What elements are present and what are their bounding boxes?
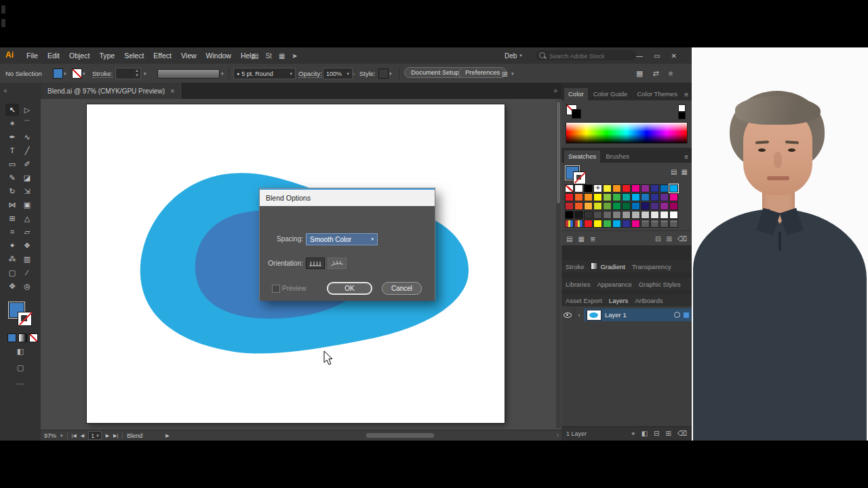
swatch-libraries-icon[interactable]: ▤ bbox=[566, 235, 572, 243]
line-segment-tool[interactable]: ╱ bbox=[20, 144, 34, 157]
swatch-3-5[interactable] bbox=[612, 211, 621, 219]
tab-appearance[interactable]: Appearance bbox=[597, 281, 631, 288]
chevron-down-icon[interactable]: ▾ bbox=[60, 433, 63, 439]
swatch-3-9[interactable] bbox=[650, 211, 659, 219]
chevron-down-icon[interactable]: ▾ bbox=[83, 71, 85, 77]
stroke-color-chip[interactable] bbox=[72, 68, 82, 79]
opacity-label[interactable]: Opacity: bbox=[298, 70, 322, 78]
swatch-4-8[interactable] bbox=[641, 220, 650, 228]
swatch-4-5[interactable] bbox=[612, 220, 621, 228]
swatch-1-7[interactable] bbox=[631, 193, 640, 201]
color-mode-chip[interactable] bbox=[7, 333, 16, 342]
selected-layer[interactable]: Layer 1 bbox=[584, 308, 692, 321]
free-transform-tool[interactable]: ▣ bbox=[20, 199, 34, 211]
swatch-3-6[interactable] bbox=[622, 211, 631, 219]
swatch-3-8[interactable] bbox=[641, 211, 650, 219]
swatch-1-8[interactable] bbox=[641, 193, 650, 201]
cancel-button[interactable]: Cancel bbox=[382, 282, 422, 295]
swatch-1-4[interactable] bbox=[603, 193, 612, 201]
swatch-4-7[interactable] bbox=[631, 220, 640, 228]
swatch-4-4[interactable] bbox=[603, 220, 612, 228]
width-tool[interactable]: ⋈ bbox=[5, 199, 19, 211]
tab-stroke[interactable]: Stroke bbox=[566, 263, 584, 270]
orientation-vertical-button[interactable] bbox=[306, 258, 325, 269]
opacity-field[interactable]: 100% ▾ bbox=[323, 68, 353, 79]
swatch-3-1[interactable] bbox=[574, 211, 583, 219]
app-logo[interactable]: Ai bbox=[5, 50, 14, 60]
tab-libraries[interactable]: Libraries bbox=[566, 281, 590, 288]
delete-swatch-icon[interactable]: ⌫ bbox=[677, 235, 687, 243]
gpu-performance-icon[interactable]: ➤ bbox=[292, 52, 297, 60]
lasso-tool[interactable]: ⌒ bbox=[20, 117, 34, 129]
play-icon[interactable]: ▶ bbox=[165, 433, 169, 439]
swatch-3-2[interactable] bbox=[584, 211, 593, 219]
swatch-0-10[interactable] bbox=[660, 184, 669, 192]
swatch-options-icon[interactable]: ≣ bbox=[590, 235, 595, 243]
swatch-1-9[interactable] bbox=[650, 193, 659, 201]
new-sublayer-icon[interactable]: ⊟ bbox=[654, 430, 659, 438]
rotate-tool[interactable]: ↻ bbox=[5, 185, 19, 197]
swatch-0-8[interactable] bbox=[641, 184, 650, 192]
tab-asset-export[interactable]: Asset Export bbox=[566, 297, 602, 304]
document-arrange-icon[interactable]: ▤ bbox=[252, 52, 258, 60]
swatch-kinds-icon[interactable]: ▦ bbox=[578, 235, 584, 243]
mesh-tool[interactable]: ⌗ bbox=[5, 226, 19, 238]
menu-view[interactable]: View bbox=[176, 47, 201, 64]
next-artboard-button[interactable]: ▶ bbox=[106, 433, 109, 439]
zoom-level[interactable]: 97% bbox=[44, 432, 56, 439]
gradient-mode-chip[interactable] bbox=[18, 333, 27, 342]
chevron-down-icon[interactable]: ▾ bbox=[144, 71, 146, 77]
previous-artboard-button[interactable]: ◀ bbox=[81, 433, 84, 439]
draw-mode-icon[interactable]: ◧ bbox=[0, 347, 41, 356]
chevron-down-icon[interactable]: ▾ bbox=[64, 71, 66, 77]
swatch-4-10[interactable] bbox=[660, 220, 669, 228]
stroke-weight-stepper[interactable]: ▲▼ bbox=[115, 68, 141, 79]
toolbar-collapse[interactable]: « bbox=[0, 83, 41, 99]
chevron-down-icon[interactable]: ▾ bbox=[511, 71, 514, 77]
vertical-scrollbar[interactable] bbox=[556, 100, 561, 428]
perspective-grid-tool[interactable]: △ bbox=[20, 212, 34, 224]
close-tab-icon[interactable]: ✕ bbox=[170, 88, 175, 94]
search-input[interactable] bbox=[548, 50, 635, 62]
gradient-tool[interactable]: ▱ bbox=[20, 226, 34, 238]
chevron-right-icon[interactable]: › bbox=[557, 432, 559, 439]
eyedropper-tool[interactable]: ✦ bbox=[5, 239, 19, 251]
layer-target-icon[interactable] bbox=[674, 312, 680, 318]
profile-menu[interactable]: Deb ▾ bbox=[505, 47, 522, 64]
white-chip[interactable] bbox=[678, 104, 686, 112]
layer-row[interactable]: › Layer 1 bbox=[561, 308, 692, 321]
stroke-indicator[interactable] bbox=[18, 312, 32, 326]
panels-grid-icon[interactable]: ▦ bbox=[636, 69, 643, 78]
orientation-path-button[interactable] bbox=[328, 258, 347, 269]
stroke-weight-label[interactable]: Stroke: bbox=[92, 70, 113, 78]
swatch-2-0[interactable] bbox=[565, 202, 574, 210]
magic-wand-tool[interactable]: ✶ bbox=[5, 117, 19, 129]
swatch-3-0[interactable] bbox=[565, 211, 574, 219]
tab-graphic-styles[interactable]: Graphic Styles bbox=[639, 281, 681, 288]
chevron-down-icon[interactable]: ▾ bbox=[389, 71, 392, 77]
swatch-2-8[interactable] bbox=[641, 202, 650, 210]
new-color-group-icon[interactable]: ⊟ bbox=[655, 235, 660, 243]
first-artboard-button[interactable]: |◀ bbox=[72, 433, 77, 439]
chevron-right-icon[interactable]: › bbox=[353, 70, 355, 77]
swatch-2-11[interactable] bbox=[669, 202, 678, 210]
swatch-1-0[interactable] bbox=[565, 193, 574, 201]
color-spectrum[interactable] bbox=[566, 122, 688, 144]
menu-select[interactable]: Select bbox=[119, 47, 149, 64]
shaper-tool[interactable]: ✎ bbox=[5, 171, 19, 184]
swatch-0-4[interactable] bbox=[603, 184, 612, 192]
pen-tool[interactable]: ✒ bbox=[5, 131, 19, 143]
dialog-title-bar[interactable]: Blend Options bbox=[260, 188, 435, 206]
vertical-scroll-thumb[interactable] bbox=[557, 102, 560, 203]
make-mask-icon[interactable]: ◧ bbox=[642, 430, 648, 438]
chevron-down-icon[interactable]: ▾ bbox=[221, 71, 224, 77]
layer-selection-indicator[interactable] bbox=[684, 312, 689, 318]
horizontal-scroll-thumb[interactable] bbox=[366, 433, 434, 438]
symbol-sprayer-tool[interactable]: ⁂ bbox=[5, 253, 19, 265]
paintbrush-tool[interactable]: ✐ bbox=[20, 158, 34, 170]
swatch-2-5[interactable] bbox=[612, 202, 621, 210]
swatch-0-2[interactable] bbox=[584, 184, 593, 192]
swatch-4-3[interactable] bbox=[593, 220, 602, 228]
last-artboard-button[interactable]: ▶| bbox=[113, 433, 118, 439]
curvature-tool[interactable]: ∿ bbox=[20, 131, 34, 143]
